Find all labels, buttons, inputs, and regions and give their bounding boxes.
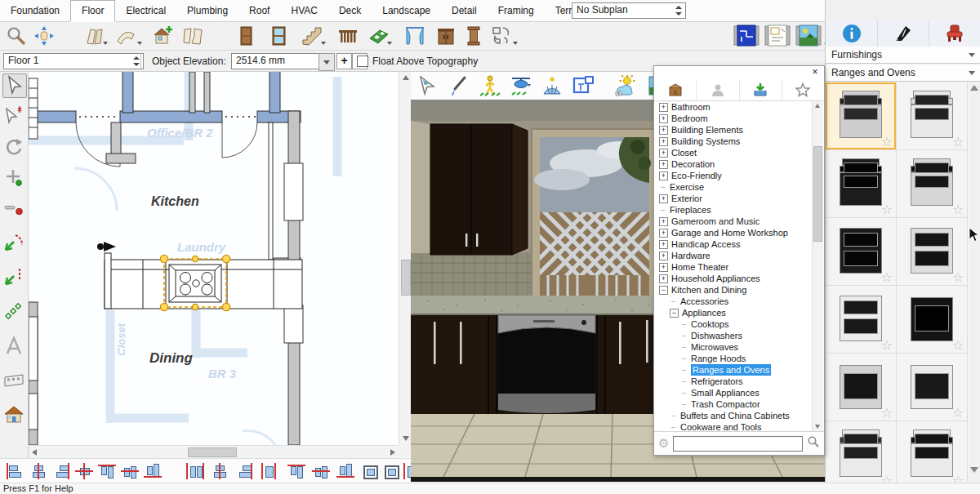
walk-view-icon[interactable] [478, 74, 502, 97]
close-icon[interactable]: × [809, 66, 821, 78]
subplan-select[interactable]: No Subplan [572, 2, 686, 19]
library-tree-item[interactable]: + Eco-Friendly [656, 170, 813, 181]
library-scroll-thumb[interactable] [813, 146, 822, 242]
tree-toggle-icon[interactable]: + [659, 263, 668, 272]
library-tree-item[interactable]: Microwaves [656, 341, 813, 353]
downloads-icon[interactable] [740, 79, 782, 100]
library-tree-scrollbar[interactable] [812, 101, 823, 431]
catalog-item[interactable]: ☆ [897, 218, 968, 286]
layout-view-icon[interactable] [764, 24, 791, 47]
tree-toggle-icon[interactable] [680, 321, 688, 328]
library-tree-item[interactable]: Small Appliances [656, 387, 813, 398]
cad-shapes-icon[interactable] [490, 24, 513, 47]
tree-toggle-icon[interactable]: + [659, 103, 668, 112]
catalog-scroll-down-arrow[interactable] [970, 467, 978, 473]
tree-toggle-icon[interactable]: + [659, 229, 668, 238]
library-tree-item[interactable]: Fireplaces [656, 204, 813, 216]
sun-settings-icon[interactable] [613, 74, 638, 97]
object-elevation-input[interactable]: 2514.6 mm [231, 53, 327, 69]
tree-toggle-icon[interactable] [680, 389, 688, 397]
catalog-scroll-up-arrow[interactable] [970, 85, 978, 91]
plan-view-icon[interactable] [733, 24, 760, 47]
library-tree-item[interactable]: Accessories [656, 296, 813, 307]
add-floor-icon[interactable] [152, 24, 175, 47]
alignment-tool-icon[interactable] [382, 463, 400, 479]
dimension-line-icon[interactable] [2, 266, 25, 289]
furnishings-header[interactable]: Furnishings [826, 47, 980, 64]
tab-electrical[interactable]: Electrical [115, 1, 176, 21]
favorite-star-icon[interactable]: ☆ [881, 269, 893, 285]
library-tree-item[interactable]: + Building Elements [656, 124, 813, 136]
floor-select-spinner[interactable] [133, 56, 140, 66]
break-wall-icon[interactable] [181, 24, 204, 47]
fly-over-icon[interactable] [509, 74, 533, 97]
scroll-right-arrow[interactable] [390, 449, 395, 456]
alignment-tool-icon[interactable] [7, 463, 24, 479]
favorite-star-icon[interactable]: ☆ [952, 405, 964, 421]
tree-toggle-icon[interactable] [659, 184, 666, 191]
library-tree-item[interactable]: Refrigerators [656, 376, 813, 387]
tree-toggle-icon[interactable] [670, 412, 677, 420]
library-tree-item[interactable]: Dishwashers [656, 330, 813, 341]
alignment-tool-icon[interactable] [121, 463, 139, 479]
eyedropper-icon[interactable] [447, 74, 471, 97]
select-arrow-icon[interactable] [416, 74, 440, 97]
library-tree-item[interactable]: + Bathroom [656, 101, 813, 113]
tree-toggle-icon[interactable] [680, 332, 688, 340]
catalog-item[interactable]: ☆ [897, 354, 968, 421]
library-tree-item[interactable]: + Closet [656, 147, 813, 158]
alignment-tool-icon[interactable] [52, 463, 70, 479]
favorite-star-icon[interactable]: ☆ [881, 337, 893, 353]
alignment-tool-icon[interactable] [336, 463, 354, 479]
text-tool-icon[interactable] [2, 335, 25, 358]
favorite-star-icon[interactable]: ☆ [952, 202, 964, 217]
alignment-tool-icon[interactable] [75, 463, 93, 479]
curved-wall-caret[interactable] [137, 42, 142, 45]
tree-toggle-icon[interactable]: + [659, 240, 668, 249]
user-library-icon[interactable] [697, 79, 739, 100]
scroll-up-arrow[interactable] [403, 75, 409, 80]
alignment-tool-icon[interactable] [29, 463, 47, 479]
subplan-spinner[interactable] [675, 6, 683, 16]
tab-foundation[interactable]: Foundation [0, 1, 70, 21]
render-house-icon[interactable] [2, 403, 25, 426]
zoom-icon[interactable] [5, 24, 28, 47]
scroll-left-arrow[interactable] [32, 449, 37, 456]
select-arrow-icon[interactable] [2, 73, 27, 98]
library-tree-item[interactable]: + Bedroom [656, 113, 813, 124]
wall-tool-caret[interactable] [103, 42, 108, 45]
stairs-tool-icon[interactable] [301, 24, 323, 47]
tree-toggle-icon[interactable]: + [659, 251, 668, 260]
tree-toggle-icon[interactable]: + [659, 274, 668, 283]
catalog-box-icon[interactable] [654, 79, 697, 100]
library-tree-item[interactable]: + Building Systems [656, 136, 813, 147]
tree-toggle-icon[interactable] [680, 367, 688, 374]
tab-hvac[interactable]: HVAC [280, 1, 327, 21]
line-point-icon[interactable] [2, 198, 25, 220]
float-above-topography-checkbox[interactable] [357, 56, 368, 67]
curved-wall-tool-icon[interactable] [114, 24, 137, 47]
tree-toggle-icon[interactable]: + [659, 217, 668, 226]
library-tree-item[interactable]: Ranges and Ovens [656, 364, 813, 376]
library-tree-item[interactable]: + Decoration [656, 158, 813, 170]
catalog-item[interactable]: ☆ [826, 286, 897, 354]
tree-toggle-icon[interactable]: + [659, 114, 668, 123]
library-tree-item[interactable]: Trash Compactor [656, 398, 813, 410]
catalog-item[interactable]: ☆ [826, 218, 897, 286]
scroll-down-arrow[interactable] [815, 425, 820, 429]
tree-toggle-icon[interactable]: + [659, 126, 668, 135]
tree-toggle-icon[interactable] [680, 344, 688, 351]
favorites-star-icon[interactable] [782, 79, 824, 100]
catalog-item[interactable]: ☆ [897, 150, 968, 218]
library-tree-item[interactable]: Cooktops [656, 318, 813, 330]
library-tree-item[interactable]: Buffets and China Cabinets [656, 410, 813, 421]
object-info-icon[interactable] [826, 20, 878, 47]
rotate-icon[interactable] [2, 136, 25, 158]
catalog-item[interactable]: ☆ [897, 421, 968, 489]
library-search-input[interactable] [673, 436, 803, 452]
tab-framing[interactable]: Framing [488, 1, 545, 21]
tree-toggle-icon[interactable]: + [659, 194, 668, 203]
tab-landscape[interactable]: Landscape [372, 1, 441, 21]
library-tree-item[interactable]: + Handicap Access [656, 238, 813, 250]
plan-hscroll-thumb[interactable] [188, 447, 237, 457]
